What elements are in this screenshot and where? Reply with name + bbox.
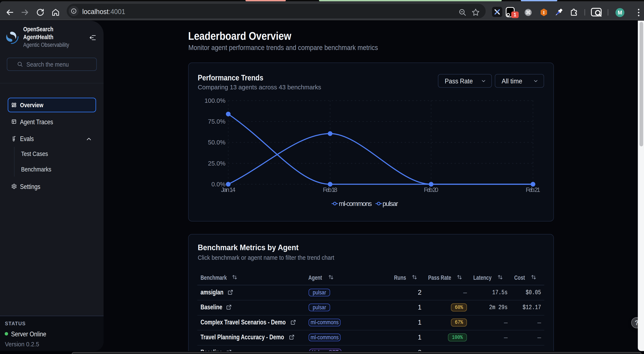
svg-text:ml-commons: ml-commons [339, 200, 372, 207]
svg-text:100.0%: 100.0% [204, 97, 226, 104]
svg-text:pulsar: pulsar [382, 200, 398, 207]
svg-text:Jan 14: Jan 14 [221, 186, 236, 193]
svg-text:Feb 18: Feb 18 [323, 186, 337, 193]
svg-text:I: I [543, 10, 545, 15]
svg-text:50.0%: 50.0% [208, 139, 226, 146]
svg-text:25.0%: 25.0% [208, 160, 226, 167]
svg-text:Feb 21: Feb 21 [526, 186, 540, 193]
svg-text:75.0%: 75.0% [208, 118, 226, 125]
svg-text:Feb 20: Feb 20 [424, 186, 438, 193]
